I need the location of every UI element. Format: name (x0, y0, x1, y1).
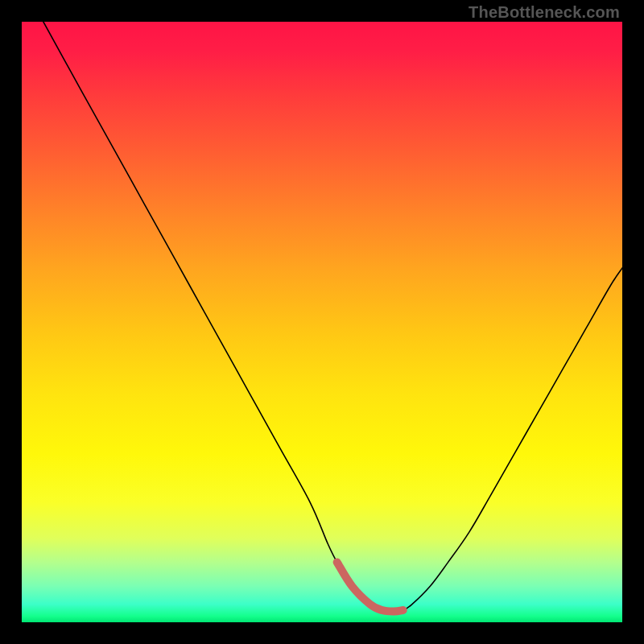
curve-overlay (22, 22, 622, 622)
chart-container: TheBottleneck.com (0, 0, 644, 644)
watermark-text: TheBottleneck.com (469, 3, 620, 22)
bottleneck-curve (43, 22, 622, 612)
plot-area (22, 22, 622, 622)
highlight-trough (337, 562, 403, 611)
